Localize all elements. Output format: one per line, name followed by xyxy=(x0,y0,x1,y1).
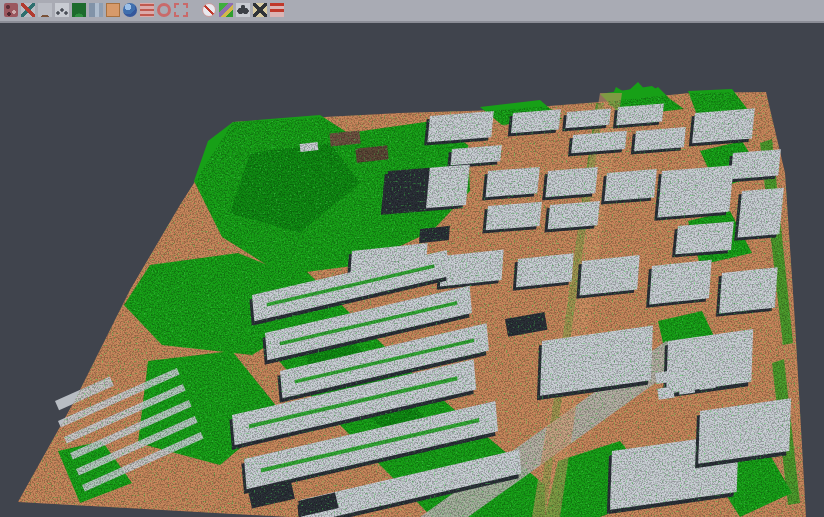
ground-points-button[interactable] xyxy=(53,1,70,19)
point-cloud-scene xyxy=(0,23,824,517)
toolbar-separator xyxy=(189,1,200,19)
vegetation-icon xyxy=(72,3,86,17)
classification-colors-button[interactable] xyxy=(217,1,234,19)
vegetation-button[interactable] xyxy=(70,1,87,19)
circle-select-button[interactable] xyxy=(155,1,172,19)
ground-points-icon xyxy=(55,3,69,17)
extent-select-button[interactable] xyxy=(172,1,189,19)
remove-lines-button[interactable] xyxy=(268,1,285,19)
classified-points-icon xyxy=(4,3,18,17)
list-lines-button[interactable] xyxy=(138,1,155,19)
extent-select-icon xyxy=(174,3,188,17)
cross-section-icon xyxy=(21,3,35,17)
circle-select-icon xyxy=(157,3,171,17)
clip-button[interactable] xyxy=(200,1,217,19)
toolbar xyxy=(0,0,824,23)
delete-cross-icon xyxy=(253,3,267,17)
delete-cross-button[interactable] xyxy=(251,1,268,19)
ortho-image-button[interactable] xyxy=(104,1,121,19)
profile-button[interactable] xyxy=(87,1,104,19)
terrain-icon xyxy=(38,3,52,17)
classified-points-button[interactable] xyxy=(2,1,19,19)
classification-colors-icon xyxy=(219,3,233,17)
application-window xyxy=(0,0,824,517)
clip-icon xyxy=(202,3,216,17)
profile-icon xyxy=(89,3,103,17)
cross-section-button[interactable] xyxy=(19,1,36,19)
globe-icon xyxy=(123,3,137,17)
list-lines-icon xyxy=(140,3,154,17)
binoculars-button[interactable] xyxy=(234,1,251,19)
ortho-image-icon xyxy=(106,3,120,17)
remove-lines-icon xyxy=(270,3,284,17)
3d-viewport[interactable] xyxy=(0,23,824,517)
terrain-button[interactable] xyxy=(36,1,53,19)
binoculars-icon xyxy=(236,3,250,17)
globe-button[interactable] xyxy=(121,1,138,19)
